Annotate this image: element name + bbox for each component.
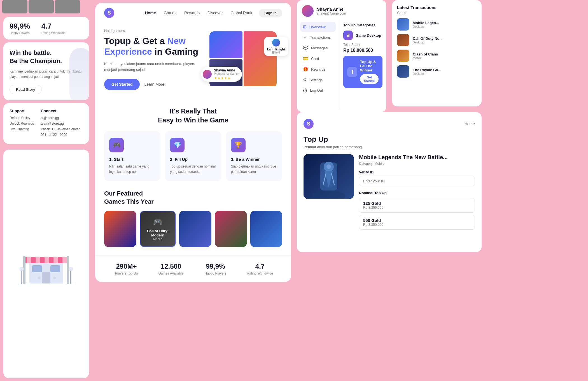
rewards-icon: 🎁 — [303, 67, 308, 72]
footer-link-refund[interactable]: Refund Policy — [10, 116, 34, 120]
dashboard-sidebar: ⊞ Overview ↔ Transactions 💬 Messages 💳 C… — [297, 20, 386, 109]
games-section: Our Featured Games This Year 🎮 Call of D… — [95, 190, 291, 255]
thumb-3 — [55, 0, 80, 13]
trans-name-3: Clash of Clans — [413, 52, 477, 56]
footer-support-col: Support Refund Policy Unlock Rewards Liv… — [10, 109, 34, 138]
get-started-button[interactable]: Get Started — [104, 79, 140, 90]
footer-connect-title: Connect — [41, 109, 80, 113]
nav-link-discover[interactable]: Discover — [207, 11, 223, 15]
game-controller-icon: 🎮 — [153, 217, 163, 227]
promo-get-started-button[interactable]: Get Started — [360, 74, 379, 84]
trans-item-2[interactable]: Call Of Duty No... Desktop — [397, 34, 477, 46]
promo-icon: ⬆ — [347, 67, 357, 77]
step-3-num: 3. Be a Winner — [231, 157, 277, 162]
game-card-2[interactable]: 🎮 Call of Duty: Modern Mobile — [140, 211, 176, 247]
categories-title: Top Up Categories — [343, 23, 382, 27]
nominal-2-price: Rp 3.250.000 — [363, 223, 471, 227]
dashboard-content: Top Up Categories 🖥 Game Desktop Total S… — [339, 20, 386, 109]
stat-rating: 4.7 Rating Worldwide — [41, 22, 66, 34]
footer-support-title: Support — [10, 109, 34, 113]
footer-connect-col: Connect hi@store.gg team@store.gg Pasifi… — [41, 109, 80, 138]
nav-link-rewards[interactable]: Rewards — [184, 11, 200, 15]
svg-rect-5 — [53, 257, 58, 263]
category-game-desktop[interactable]: 🖥 Game Desktop — [343, 31, 382, 40]
user-badge-avatar — [203, 70, 212, 79]
nav-link-games[interactable]: Games — [164, 11, 176, 15]
learn-more-link[interactable]: Learn More — [144, 82, 164, 87]
svg-point-14 — [53, 277, 56, 279]
game-card-1[interactable] — [104, 211, 136, 247]
signin-button[interactable]: Sign In — [259, 9, 282, 17]
stat-happy-players: 99,9% Happy Players — [10, 22, 30, 34]
svg-rect-12 — [67, 256, 69, 284]
nominal-option-1[interactable]: 125 Gold Rp 3.250.000 — [359, 198, 475, 213]
lann-avatar — [272, 39, 280, 47]
step-3-icon: 🏆 — [231, 138, 246, 152]
trans-thumb-3 — [397, 50, 409, 62]
nav-bar: S Home Games Rewards Discover Global Ran… — [95, 3, 291, 23]
user-stars: ★★★★★ — [214, 76, 239, 80]
step-1-num: 1. Start — [109, 157, 155, 162]
svg-rect-9 — [50, 265, 60, 272]
trans-info-2: Call Of Duty No... Desktop — [413, 36, 477, 44]
svg-point-17 — [19, 267, 24, 271]
how-steps: 🎮 1. Start Pilih salah satu game yang in… — [104, 131, 282, 181]
nav-item-card[interactable]: 💳 Card — [300, 54, 336, 64]
topup-panel: S Home Top Up Perkuat akun dan jadilah p… — [297, 112, 482, 252]
trans-item-3[interactable]: Clash of Clans Mobile — [397, 50, 477, 62]
footer-card: Support Refund Policy Unlock Rewards Liv… — [3, 103, 89, 144]
trans-item-4[interactable]: The Royale Ga... Desktop — [397, 65, 477, 78]
game-feature-card: Mobile Legends The New Battle... Categor… — [304, 154, 475, 232]
nominal-label: Nominal Top Up — [359, 191, 475, 195]
nav-item-messages-label: Messages — [311, 46, 328, 50]
trans-cat-2: Desktop — [413, 41, 477, 44]
footer-link-rewards[interactable]: Unlock Rewards — [10, 122, 34, 126]
cat-name-desktop: Game Desktop — [356, 33, 381, 38]
nominal-option-2[interactable]: 550 Gold Rp 3.250.000 — [359, 215, 475, 230]
hero-section: Halo gamers, Topup & Get a New Experienc… — [95, 23, 291, 98]
hero-title: Win the battle. Be the Champion. — [10, 49, 83, 65]
step-1-icon: 🎮 — [109, 138, 124, 152]
messages-icon: 💬 — [303, 45, 308, 50]
dashboard-header: Shayna Anne shayna@anne.com — [297, 0, 386, 20]
step-2-icon: 💎 — [170, 138, 185, 152]
logo-icon: S — [104, 8, 114, 18]
svg-rect-3 — [36, 257, 40, 263]
nav-item-settings[interactable]: ⚙ Settings — [300, 75, 336, 85]
trans-info-4: The Royale Ga... Desktop — [413, 68, 477, 75]
step-2-num: 2. Fill Up — [170, 157, 216, 162]
stat-bottom-3: 99,9% Happy Players — [193, 262, 238, 275]
nav-item-rewards[interactable]: 🎁 Rewards — [300, 64, 336, 74]
game-feature-title: Mobile Legends The New Battle... — [359, 154, 475, 161]
topup-heading: Top Up — [304, 135, 475, 144]
game-card-3[interactable] — [179, 211, 211, 247]
step-1-desc: Pilih salah satu game yang ingin kamu to… — [109, 164, 155, 175]
nav-links: Home Games Rewards Discover Global Rank — [145, 11, 252, 15]
nav-link-home[interactable]: Home — [145, 11, 156, 15]
nav-item-transactions[interactable]: ↔ Transactions — [300, 32, 336, 42]
game-card-4[interactable] — [215, 211, 247, 247]
user-badge-role: Professional Gamer — [214, 72, 239, 75]
left-panel: 99,9% Happy Players 4.7 Rating Worldwide… — [0, 0, 92, 381]
nav-link-global-rank[interactable]: Global Rank — [231, 11, 252, 15]
topup-subtext: Perkuat akun dan jadilah pemenang — [304, 145, 475, 149]
top-thumbnails — [0, 0, 92, 14]
nav-item-overview[interactable]: ⊞ Overview — [300, 22, 336, 32]
verify-id-input[interactable] — [359, 176, 475, 186]
game-feature-details: Mobile Legends The New Battle... Categor… — [359, 154, 475, 232]
how-section: It's Really That Easy to Win the Game 🎮 … — [95, 98, 291, 190]
nav-item-logout[interactable]: ⏻ Log Out — [300, 85, 336, 95]
game-card-5[interactable] — [250, 211, 283, 247]
nav-item-overview-label: Overview — [309, 25, 326, 29]
footer-link-chat[interactable]: Live Chatting — [10, 127, 34, 131]
nav-item-transactions-label: Transactions — [310, 35, 331, 40]
nav-logo: S — [104, 8, 114, 18]
topup-logo: S — [304, 119, 314, 129]
read-story-button[interactable]: Read Story — [10, 85, 42, 94]
svg-point-28 — [326, 164, 331, 169]
nav-item-messages[interactable]: 💬 Messages — [300, 43, 336, 53]
how-step-3: 🏆 3. Be a Winner Siap digunakan untuk im… — [226, 131, 282, 181]
lann-name: Lann Knight — [267, 48, 285, 51]
trans-item-1[interactable]: Mobile Legen... Desktop — [397, 18, 477, 31]
card-icon: 💳 — [303, 56, 308, 61]
